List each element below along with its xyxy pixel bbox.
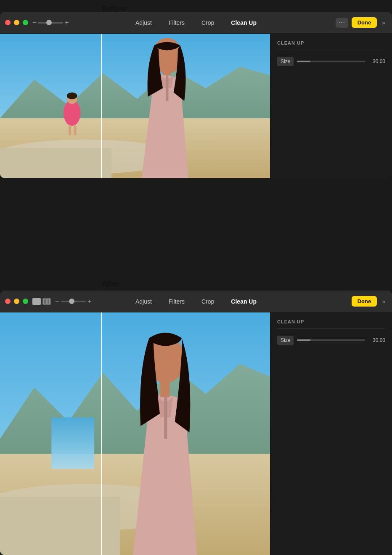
- photo-area-after: [0, 312, 270, 555]
- svg-rect-23: [164, 396, 167, 439]
- zoom-plus-before[interactable]: +: [65, 19, 69, 27]
- svg-rect-8: [69, 126, 71, 135]
- zoom-minus-after[interactable]: −: [55, 298, 59, 305]
- tab-filters-before[interactable]: Filters: [160, 17, 193, 29]
- traffic-lights-after: [5, 299, 28, 304]
- right-panel-before: CLEAN UP Size 30.00: [270, 34, 392, 178]
- close-button-after[interactable]: [5, 299, 11, 304]
- svg-rect-14: [47, 299, 50, 304]
- toolbar-after: − + Adjust Filters Crop Clean Up Done »: [0, 291, 392, 312]
- svg-rect-13: [44, 299, 46, 304]
- size-row-after: Size 30.00: [277, 336, 385, 345]
- panel-divider-before: [277, 50, 385, 50]
- tab-cleanup-before[interactable]: Clean Up: [222, 17, 265, 29]
- content-area-after: CLEAN UP Size 30.00: [0, 312, 392, 555]
- close-button[interactable]: [5, 20, 11, 25]
- zoom-plus-after[interactable]: +: [87, 298, 91, 305]
- panel-divider-after: [277, 328, 385, 329]
- zoom-slider-before[interactable]: [38, 22, 63, 24]
- after-label: After: [102, 279, 119, 289]
- view-toggle-after: [32, 298, 51, 305]
- toolbar-right-after: Done »: [352, 296, 387, 307]
- more-button-before[interactable]: ···: [336, 18, 348, 28]
- panel-title-after: CLEAN UP: [277, 319, 385, 324]
- tab-adjust-before[interactable]: Adjust: [127, 17, 160, 29]
- size-value-before: 30.00: [368, 59, 385, 64]
- traffic-lights-before: [5, 20, 28, 25]
- before-label: Before: [102, 4, 127, 14]
- svg-point-7: [67, 92, 77, 99]
- size-label-after: Size: [277, 336, 294, 345]
- zoom-slider-after[interactable]: [61, 301, 86, 302]
- tab-crop-before[interactable]: Crop: [193, 17, 222, 29]
- size-value-after: 30.00: [368, 337, 385, 343]
- tab-cleanup-after[interactable]: Clean Up: [222, 296, 265, 307]
- tab-crop-after[interactable]: Crop: [193, 296, 222, 307]
- svg-rect-20: [51, 417, 94, 469]
- photo-scene-before: [0, 34, 270, 178]
- expand-button-after[interactable]: »: [380, 296, 387, 307]
- view-btn-single[interactable]: [32, 298, 41, 305]
- size-label-before: Size: [277, 57, 294, 66]
- expand-button-before[interactable]: »: [380, 18, 387, 28]
- zoom-control-before: − +: [32, 19, 69, 27]
- svg-rect-9: [74, 126, 76, 135]
- toolbar-tabs-before: Adjust Filters Crop Clean Up: [127, 17, 265, 29]
- svg-rect-4: [0, 148, 111, 178]
- minimize-button-after[interactable]: [14, 299, 19, 304]
- tab-filters-after[interactable]: Filters: [160, 296, 193, 307]
- zoom-control-after: − +: [55, 298, 92, 305]
- right-panel-after: CLEAN UP Size 30.00: [270, 312, 392, 555]
- done-button-after[interactable]: Done: [352, 296, 377, 307]
- zoom-minus-before[interactable]: −: [32, 19, 36, 27]
- toolbar-before: − + Adjust Filters Crop Clean Up ···: [0, 12, 392, 34]
- window-after: − + Adjust Filters Crop Clean Up Done »: [0, 291, 392, 555]
- size-row-before: Size 30.00: [277, 57, 385, 66]
- svg-rect-19: [0, 497, 120, 555]
- panel-title-before: CLEAN UP: [277, 40, 385, 45]
- minimize-button[interactable]: [14, 20, 19, 25]
- size-slider-before[interactable]: [297, 61, 365, 62]
- maximize-button-after[interactable]: [23, 299, 28, 304]
- toolbar-right-before: ··· Done »: [336, 17, 387, 28]
- content-area-before: CLEAN UP Size 30.00: [0, 34, 392, 178]
- view-btn-split[interactable]: [42, 298, 51, 305]
- window-before: − + Adjust Filters Crop Clean Up ···: [0, 12, 392, 178]
- compare-line-before: [101, 34, 102, 178]
- maximize-button[interactable]: [23, 20, 28, 25]
- size-slider-after[interactable]: [297, 339, 365, 341]
- done-button-before[interactable]: Done: [352, 17, 377, 28]
- photo-scene-after: [0, 312, 270, 555]
- photo-area-before: [0, 34, 270, 178]
- compare-line-after: [101, 312, 102, 555]
- tab-adjust-after[interactable]: Adjust: [127, 296, 160, 307]
- svg-rect-12: [166, 75, 168, 101]
- toolbar-tabs-after: Adjust Filters Crop Clean Up: [127, 296, 265, 307]
